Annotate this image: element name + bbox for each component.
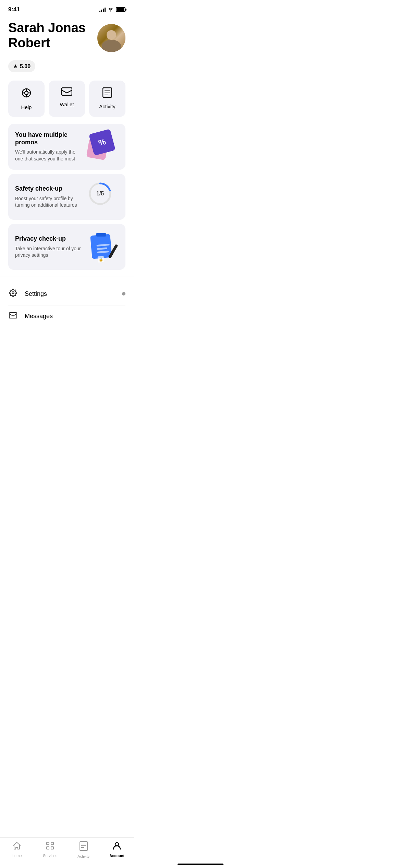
menu-items: Settings Messages [0,280,134,329]
privacy-card-content: Privacy check-up Take an interactive tou… [15,235,88,259]
safety-desc: Boost your safety profile by turning on … [15,195,84,209]
avatar[interactable] [97,24,125,52]
settings-menu-item[interactable]: Settings [8,282,125,305]
safety-title: Safety check-up [15,185,84,193]
profile-name: Sarah Jonas Robert [8,21,86,50]
safety-card[interactable]: Safety check-up Boost your safety profil… [8,174,125,220]
status-time: 9:41 [8,6,20,13]
safety-progress-text: 1/5 [96,191,104,197]
privacy-visual: 🔒 [88,231,119,262]
quick-actions: Help Wallet Activity [0,81,134,117]
wifi-icon [108,7,114,13]
promo-tag-icon [88,131,115,159]
status-bar: 9:41 [0,0,134,17]
help-button[interactable]: Help [8,81,45,117]
messages-label: Messages [25,313,53,320]
settings-label: Settings [25,290,47,298]
wallet-button[interactable]: Wallet [49,81,85,117]
settings-notif-dot [122,292,125,296]
safety-progress-circle: 1/5 [88,181,112,206]
svg-point-13 [12,292,14,294]
mail-icon [8,312,18,321]
promo-visual [88,131,119,162]
section-divider [0,277,134,277]
privacy-card[interactable]: Privacy check-up Take an interactive tou… [8,224,125,270]
avatar-image [97,24,125,52]
signal-icon [99,7,106,12]
promos-title: You have multiple promos [15,131,84,146]
help-icon [21,87,32,100]
messages-menu-item[interactable]: Messages [8,305,125,327]
battery-icon [116,7,125,12]
safety-card-content: Safety check-up Boost your safety profil… [15,185,88,209]
privacy-title: Privacy check-up [15,235,84,243]
info-cards: You have multiple promos We'll automatic… [0,124,134,270]
wallet-icon [61,87,72,97]
wallet-label: Wallet [60,101,74,107]
privacy-desc: Take an interactive tour of your privacy… [15,245,84,259]
svg-rect-14 [9,313,17,318]
safety-visual: 1/5 [88,181,119,212]
status-icons [99,7,125,13]
gear-icon [8,289,18,299]
promos-card[interactable]: You have multiple promos We'll automatic… [8,124,125,170]
activity-label: Activity [99,104,116,109]
star-icon: ★ [13,63,18,70]
rating-badge: ★ 5.00 [8,60,35,72]
profile-header: Sarah Jonas Robert [0,17,134,58]
activity-icon [102,87,112,99]
promos-card-content: You have multiple promos We'll automatic… [15,131,88,162]
privacy-clipboard-icon: 🔒 [88,231,115,259]
rating-value: 5.00 [20,63,31,70]
svg-rect-6 [62,88,72,95]
promos-desc: We'll automatically apply the one that s… [15,149,84,162]
help-label: Help [21,104,32,110]
svg-point-1 [25,91,28,95]
activity-button[interactable]: Activity [89,81,125,117]
